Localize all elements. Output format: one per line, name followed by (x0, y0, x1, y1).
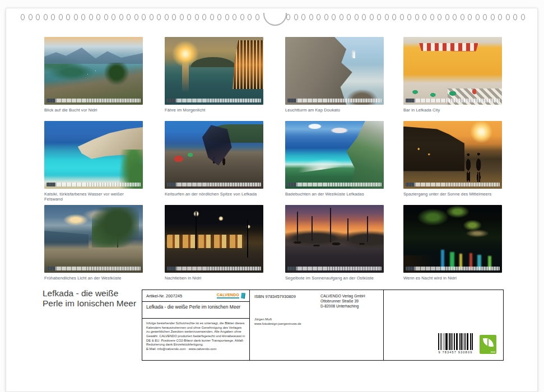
mini-calendar-strip (406, 183, 500, 186)
binding-ring (44, 14, 48, 20)
photo-segelboote-sonnenaufgang (285, 205, 384, 273)
legal-text: Infolge bestehender Schutzrechte ist es … (142, 319, 249, 354)
mini-calendar-strip (287, 183, 382, 186)
imprint-box: Artikel-Nr. 2007245 CALVENDO Lefkada - d… (142, 290, 504, 361)
photo-caption: Wenn es Nacht wird in Nidri (403, 276, 502, 281)
binding-ring (415, 14, 419, 20)
photo-cell: Blick auf die Bucht vor Nidri (44, 37, 143, 113)
photo-bar-lefkada-city (403, 37, 502, 105)
photo-art-layer (233, 40, 263, 89)
photo-cell: Badebuchten an der Westküste Lefkadas (285, 121, 384, 197)
binding-ring (309, 14, 313, 20)
binding-ring (286, 14, 290, 20)
photo-badebuchten (285, 121, 384, 189)
figures-silhouette (461, 152, 486, 182)
spiral-binding (6, 8, 537, 27)
binding-ring (180, 14, 184, 20)
binding-ring (202, 14, 206, 20)
binding-ring (506, 14, 510, 20)
photo-cell: Spaziergang unter der Sonne des Mittelme… (403, 121, 502, 197)
photo-art-layer (104, 63, 129, 85)
binding-ring (233, 14, 236, 20)
binding-ring (21, 14, 25, 20)
calendar-back-page: Blick auf die Bucht vor Nidri Fähre im M… (6, 8, 538, 392)
photo-nacht-in-nidri (403, 205, 502, 273)
binding-ring (400, 14, 404, 20)
photo-art-layer (285, 37, 384, 105)
binding-ring (362, 14, 366, 20)
mini-calendar-strip (167, 267, 262, 270)
photo-caption: Keitsurfen an der nördlichen Spitze von … (165, 192, 263, 197)
binding-ring (445, 14, 449, 20)
calendar-title: Lefkada - die weiße Perle im Ionischen M… (43, 288, 139, 309)
isbn-publisher-row: ISBN 9783457930809 CALVENDO Verlag GmbH … (254, 294, 379, 309)
binding-ring (51, 14, 55, 20)
photo-caption: Spaziergang unter der Sonne des Mittelme… (403, 192, 502, 197)
binding-ring (385, 14, 389, 20)
calvendo-wordmark: CALVENDO (217, 293, 239, 298)
isbn-number: ISBN 9783457930809 (254, 294, 296, 309)
imprint-middle-column: ISBN 9783457930809 CALVENDO Verlag GmbH … (250, 290, 384, 360)
eco-label: eco (491, 350, 495, 353)
binding-ring (513, 14, 517, 20)
photo-caption: Segelbote im Sonnenaufgang an der Ostküs… (285, 276, 384, 281)
binding-ring (142, 14, 146, 20)
binding-ring (134, 14, 138, 20)
photo-art-layer (44, 46, 143, 64)
photo-cell: Fähre im Morgenlicht (165, 37, 263, 113)
binding-ring (225, 14, 229, 20)
binding-ring (172, 14, 176, 20)
binding-ring (461, 14, 464, 20)
binding-ring (36, 14, 40, 20)
binding-ring (332, 14, 336, 20)
binding-ring (157, 14, 161, 20)
binding-ring (430, 14, 434, 20)
isbn-barcode: 9 783457 930809 (438, 333, 473, 354)
photo-cell: Frühabendliches Licht an der Westküste (44, 205, 143, 281)
awning-shape (419, 43, 478, 52)
binding-ring (119, 14, 123, 20)
photo-nachtleben-nidri (165, 205, 263, 273)
mini-calendar-strip (287, 99, 382, 102)
binding-rings-left (21, 14, 259, 20)
buildings-silhouette (403, 127, 464, 171)
binding-ring (340, 14, 343, 20)
binding-ring (29, 14, 32, 20)
binding-ring (165, 14, 169, 20)
legal-paragraph: Infolge bestehender Schutzrechte ist es … (146, 321, 245, 346)
calvendo-book-icon (241, 293, 245, 299)
binding-rings-right (286, 14, 525, 20)
mini-calendar-strip (167, 183, 262, 186)
binding-ring (255, 14, 259, 20)
binding-ring (195, 14, 199, 20)
publisher-city: D-82008 Unterhaching (320, 304, 379, 309)
binding-ring (422, 14, 426, 20)
kite-shape (202, 125, 232, 166)
binding-ring (468, 14, 472, 20)
photo-cell: Keitsurfen an der nördlichen Spitze von … (165, 121, 263, 197)
binding-ring (187, 14, 191, 20)
imprint-left-column: Artikel-Nr. 2007245 CALVENDO Lefkada - d… (142, 290, 250, 360)
binding-ring (210, 14, 214, 20)
binding-ring (89, 14, 93, 20)
binding-ring (324, 14, 328, 20)
photo-caption: Nachtleben in Nidri (165, 276, 263, 281)
binding-ring (476, 14, 480, 20)
mini-calendar-strip (167, 99, 262, 102)
mini-calendar-strip (406, 99, 500, 102)
photographer-credit: Jürgen Muß www.fotodesign-juergenmuss.de (254, 318, 379, 326)
photo-fruehabend-westkueste (44, 205, 143, 273)
photo-katsiki (44, 121, 143, 189)
binding-ring (111, 14, 115, 20)
lit-shopfronts (167, 235, 244, 248)
binding-ring (453, 14, 457, 20)
binding-ring (491, 14, 495, 20)
binding-ring (377, 14, 381, 20)
binding-ring (96, 14, 100, 20)
calvendo-logo: CALVENDO (217, 293, 245, 299)
photo-caption: Katsiki, türkisfarbenes Wasser vor weiße… (44, 192, 143, 202)
photo-caption: Leuchtturm am Kap Doukato (285, 108, 384, 113)
binding-ring (370, 14, 374, 20)
binding-ring (127, 14, 131, 20)
photo-art-layer (44, 231, 89, 250)
